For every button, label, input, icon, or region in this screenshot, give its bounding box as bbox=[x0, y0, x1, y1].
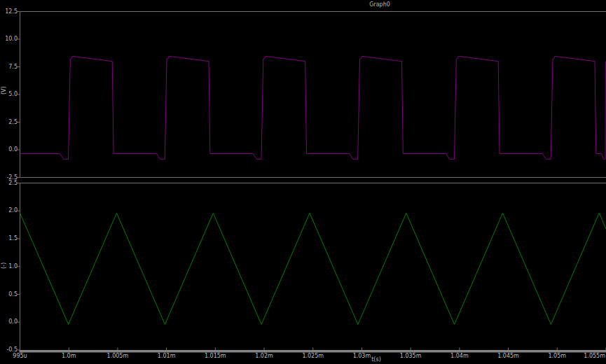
y-tick-label: 0.0 bbox=[0, 147, 18, 153]
y-tick-label: 7.5 bbox=[0, 64, 18, 70]
y-tick-label: 2.5 bbox=[0, 120, 18, 125]
x-tick-label: 1.05m bbox=[542, 354, 572, 359]
triangle-wave-trace bbox=[20, 213, 606, 324]
top-panel-ylabel: (V) bbox=[1, 78, 8, 102]
x-tick-label: 1.005m bbox=[102, 354, 133, 359]
x-tick-label: 1.035m bbox=[395, 354, 426, 359]
x-tick-label: 1.025m bbox=[298, 354, 329, 359]
plot-canvas[interactable] bbox=[0, 0, 606, 364]
x-tick-label: 1.04m bbox=[444, 354, 475, 359]
x-axis-bar bbox=[20, 350, 606, 353]
x-tick-label: 995u bbox=[5, 354, 36, 359]
y-tick-label: 0.5 bbox=[0, 292, 18, 298]
y-tick-label: 2.5 bbox=[0, 181, 18, 186]
x-tick-label: 1.02m bbox=[249, 354, 280, 359]
x-tick-label: 1.0m bbox=[53, 354, 84, 359]
x-tick-label: 1.01m bbox=[151, 354, 182, 359]
graph-window: Graph0 (V) (-) t(s) 12.510.07.55.02.50.0… bbox=[0, 0, 606, 364]
y-tick-label: 1.5 bbox=[0, 236, 18, 241]
y-tick-label: 10.0 bbox=[0, 36, 18, 42]
y-tick-label: 1.0 bbox=[0, 264, 18, 270]
x-tick-label: 1.03m bbox=[346, 354, 377, 359]
square-wave-output-trace bbox=[20, 56, 606, 159]
x-tick-label: 1.045m bbox=[493, 354, 524, 359]
y-tick-label: 0.0 bbox=[0, 319, 18, 325]
x-tick-label: 1.055m bbox=[574, 354, 605, 359]
y-tick-label: -0.5 bbox=[0, 347, 18, 353]
y-tick-label: 2.0 bbox=[0, 208, 18, 214]
x-tick-label: 1.015m bbox=[200, 354, 230, 359]
y-tick-label: 12.5 bbox=[0, 9, 18, 15]
y-tick-label: 5.0 bbox=[0, 92, 18, 97]
